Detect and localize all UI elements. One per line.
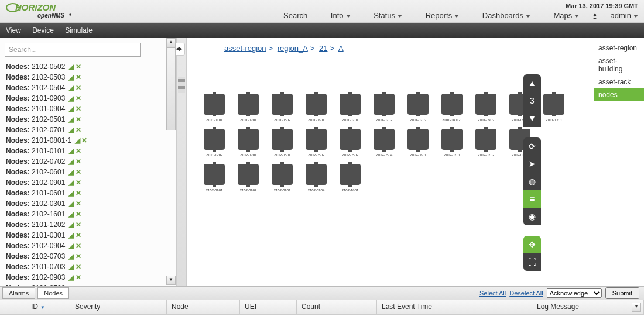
x-icon[interactable]: ✕	[76, 156, 81, 167]
nav-dashboards[interactable]: Dashboards	[472, 11, 530, 20]
crumb-a[interactable]: A	[338, 44, 344, 53]
list-item[interactable]: Nodes: 2102-0703 ◢✕	[0, 251, 176, 262]
x-icon[interactable]: ✕	[76, 72, 81, 82]
chevron-down-icon[interactable]: ▼	[523, 109, 541, 127]
scroll-down-icon[interactable]: ▼	[166, 276, 176, 285]
x-icon[interactable]: ✕	[76, 251, 81, 262]
x-icon[interactable]: ✕	[76, 125, 81, 135]
nav-search[interactable]: Search	[283, 11, 307, 20]
nav-user[interactable]: admin	[592, 11, 638, 20]
col-count[interactable]: Count	[297, 300, 377, 314]
node-tile[interactable]: 2101-0903	[469, 94, 503, 122]
move-icon[interactable]: ✥	[523, 236, 541, 253]
nav-maps[interactable]: Maps	[543, 11, 580, 20]
x-icon[interactable]: ✕	[76, 61, 81, 72]
x-icon[interactable]: ✕	[76, 177, 81, 188]
col-id[interactable]: ID	[26, 300, 70, 314]
list-item[interactable]: Nodes: 2102-0601 ◢✕	[0, 167, 176, 177]
link-deselect-all[interactable]: Deselect All	[509, 290, 543, 297]
list-item[interactable]: Nodes: 2101-0801-1 ◢✕	[0, 135, 176, 146]
splitter-grip-icon[interactable]	[178, 77, 185, 93]
list-item[interactable]: Nodes: 2101-0904 ◢✕	[0, 104, 176, 114]
tab-nodes-bottom[interactable]: Nodes	[37, 287, 69, 299]
node-tile[interactable]: 2101-0801-1	[435, 94, 469, 122]
list-icon[interactable]: ≡	[523, 190, 541, 208]
list-item[interactable]: Nodes: 2102-0901 ◢✕	[0, 177, 176, 188]
node-tile[interactable]: 2102-0701	[435, 129, 469, 157]
list-item[interactable]: Nodes: 2102-1601 ◢✕	[0, 209, 176, 219]
list-item[interactable]: Nodes: 2102-0502 ◢✕	[0, 61, 176, 72]
node-tile[interactable]: 2102-0702	[469, 129, 503, 157]
scroll-up-icon[interactable]: ▲	[166, 38, 176, 47]
node-tile[interactable]: 2102-1601	[333, 164, 367, 192]
x-icon[interactable]: ✕	[76, 198, 81, 209]
node-tile[interactable]: 2102-0301	[231, 129, 265, 157]
x-icon[interactable]: ✕	[76, 167, 81, 177]
list-item[interactable]: Nodes: 2102-0501 ◢✕	[0, 114, 176, 125]
col-log-message[interactable]: Log Message▾	[532, 300, 644, 314]
x-icon[interactable]: ✕	[76, 219, 81, 230]
left-scrollbar[interactable]: ▲ ▼	[166, 38, 176, 285]
node-tile[interactable]: 2101-0301	[231, 94, 265, 122]
tab-asset-region[interactable]: asset-region	[594, 42, 644, 54]
node-tile[interactable]: 2102-0601	[401, 129, 435, 157]
menu-simulate[interactable]: Simulate	[65, 26, 93, 35]
x-icon[interactable]: ✕	[76, 146, 81, 156]
refresh-icon[interactable]: ⟳	[523, 138, 541, 155]
nav-status[interactable]: Status	[363, 11, 402, 20]
column-menu-icon[interactable]: ▾	[632, 302, 641, 312]
node-tile[interactable]: 2101-0101	[197, 94, 231, 122]
node-tile[interactable]: 2101-0601	[299, 94, 333, 122]
node-tile[interactable]: 2101-0502	[265, 94, 299, 122]
globe-icon[interactable]: ◍	[523, 173, 541, 190]
list-item[interactable]: Nodes: 2102-0903 ◢✕	[0, 272, 176, 283]
x-icon[interactable]: ✕	[76, 188, 81, 198]
node-tile[interactable]: 2102-0902	[231, 164, 265, 192]
list-item[interactable]: Nodes: 2102-0702 ◢✕	[0, 156, 176, 167]
menu-view[interactable]: View	[6, 26, 21, 35]
tab-alarms[interactable]: Alarms	[2, 287, 35, 299]
col-node[interactable]: Node	[167, 300, 240, 314]
action-select[interactable]: Acknowledge	[547, 288, 602, 298]
x-icon[interactable]: ✕	[76, 262, 81, 272]
col-uei[interactable]: UEI	[240, 300, 297, 314]
list-item[interactable]: Nodes: 2101-1202 ◢✕	[0, 219, 176, 230]
x-icon[interactable]: ✕	[76, 114, 81, 125]
node-tile[interactable]: 2102-0901	[197, 164, 231, 192]
node-tile[interactable]: 2102-0504	[367, 129, 401, 157]
node-tile[interactable]: 2101-0703	[401, 94, 435, 122]
col-severity[interactable]: Severity	[70, 300, 167, 314]
list-item[interactable]: Nodes: 2101-0903 ◢✕	[0, 93, 176, 104]
scroll-thumb[interactable]	[166, 47, 176, 130]
nav-info[interactable]: Info	[320, 11, 351, 20]
list-item[interactable]: Nodes: 2102-0701 ◢✕	[0, 125, 176, 135]
list-item[interactable]: Nodes: 2101-0101 ◢✕	[0, 146, 176, 156]
list-item[interactable]: Nodes: 2102-0504 ◢✕	[0, 82, 176, 93]
x-icon[interactable]: ✕	[76, 93, 81, 104]
x-icon[interactable]: ✕	[76, 82, 81, 93]
node-tile[interactable]: 2101-0701	[333, 94, 367, 122]
locate-icon[interactable]: ➤	[523, 155, 541, 173]
list-item[interactable]: Nodes: 2102-0904 ◢✕	[0, 240, 176, 251]
tab-asset-rack[interactable]: asset-rack	[594, 75, 644, 88]
list-item[interactable]: Nodes: 2101-0301 ◢✕	[0, 230, 176, 240]
chevron-up-icon[interactable]: ▲	[523, 74, 541, 92]
eye-icon[interactable]: ◉	[523, 208, 541, 225]
tab-nodes[interactable]: nodes	[594, 88, 644, 101]
submit-button[interactable]: Submit	[605, 287, 639, 299]
node-tile[interactable]: 2101-1201	[537, 94, 571, 122]
list-item[interactable]: Nodes: 2102-0503 ◢✕	[0, 72, 176, 82]
x-icon[interactable]: ✕	[76, 104, 81, 114]
list-item[interactable]: Nodes: 2101-0703 ◢✕	[0, 262, 176, 272]
node-tile[interactable]: 2101-0702	[367, 94, 401, 122]
x-icon[interactable]: ✕	[76, 209, 81, 219]
nav-reports[interactable]: Reports	[415, 11, 460, 20]
menu-device[interactable]: Device	[32, 26, 54, 35]
vertical-scrollbar[interactable]	[583, 18, 594, 252]
node-tile[interactable]: 2102-0904	[299, 164, 333, 192]
x-icon[interactable]: ✕	[76, 230, 81, 240]
node-tile[interactable]: 2102-0502	[299, 129, 333, 157]
splitter[interactable]: ◀▶	[176, 38, 187, 286]
node-tile[interactable]: 2102-0502	[333, 129, 367, 157]
list-item[interactable]: Nodes: 2101-0601 ◢✕	[0, 188, 176, 198]
